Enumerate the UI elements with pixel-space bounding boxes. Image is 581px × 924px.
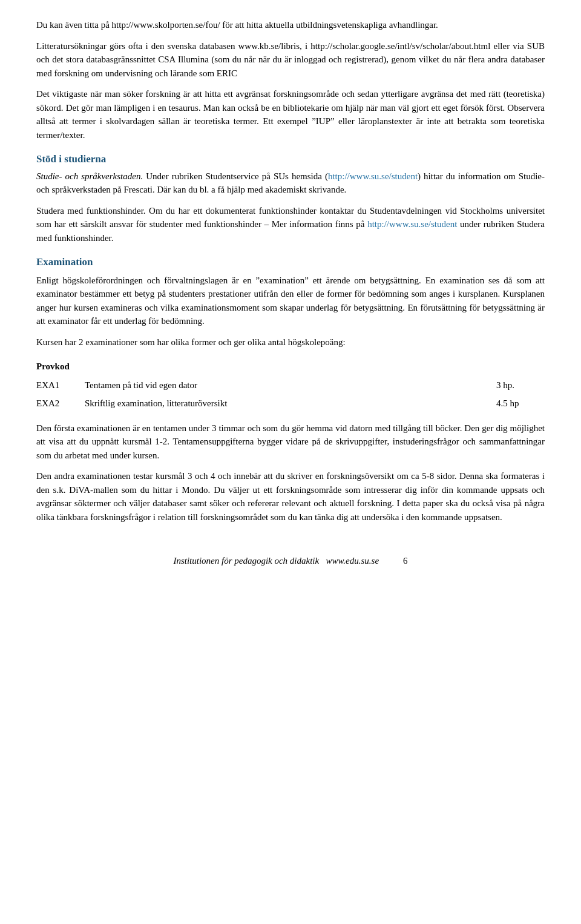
stod-italic: Studie- och språkverkstaden. bbox=[36, 171, 143, 181]
examination-para4: Den andra examinationen testar kursmål 3… bbox=[36, 469, 545, 524]
provkod-section: Provkod EXA1 Tentamen på tid vid egen da… bbox=[36, 360, 545, 411]
examination-heading: Examination bbox=[36, 254, 545, 270]
footer: Institutionen för pedagogik och didaktik… bbox=[36, 554, 545, 568]
exam-row-1: EXA1 Tentamen på tid vid egen dator 3 hp… bbox=[36, 378, 545, 392]
footer-institution: Institutionen för pedagogik och didaktik… bbox=[173, 554, 379, 568]
footer-page: 6 bbox=[403, 554, 408, 568]
stod-link2[interactable]: http://www.su.se/student bbox=[367, 219, 457, 229]
stod-link1[interactable]: http://www.su.se/student bbox=[328, 171, 418, 181]
stod-para2: Studera med funktionshinder. Om du har e… bbox=[36, 204, 545, 245]
examination-para1: Enligt högskoleförordningen och förvaltn… bbox=[36, 274, 545, 328]
intro-para2: Litteratursökningar görs ofta i den sven… bbox=[36, 39, 545, 81]
stod-para1: Studie- och språkverkstaden. Under rubri… bbox=[36, 170, 545, 197]
examination-section: Examination Enligt högskoleförordningen … bbox=[36, 254, 545, 524]
intro-para1: Du kan även titta på http://www.skolport… bbox=[36, 18, 545, 32]
exam-code-2: EXA2 bbox=[36, 397, 85, 411]
page-content: Du kan även titta på http://www.skolport… bbox=[36, 18, 545, 568]
intro-para3: Det viktigaste när man söker forskning ä… bbox=[36, 87, 545, 142]
examination-para2: Kursen har 2 examinationer som har olika… bbox=[36, 335, 545, 349]
footer-inner: Institutionen för pedagogik och didaktik… bbox=[36, 554, 545, 568]
exam-code-1: EXA1 bbox=[36, 378, 85, 392]
examination-para3: Den första examinationen är en tentamen … bbox=[36, 421, 545, 463]
stod-heading: Stöd i studierna bbox=[36, 151, 545, 167]
provkod-label: Provkod bbox=[36, 360, 545, 374]
exam-hp-2: 4.5 hp bbox=[496, 397, 545, 411]
exam-row-2: EXA2 Skriftlig examination, litteraturöv… bbox=[36, 397, 545, 411]
stod-section: Stöd i studierna Studie- och språkverkst… bbox=[36, 151, 545, 245]
intro-section: Du kan även titta på http://www.skolport… bbox=[36, 18, 545, 142]
exam-desc-1: Tentamen på tid vid egen dator bbox=[85, 378, 496, 392]
exam-desc-2: Skriftlig examination, litteraturöversik… bbox=[85, 397, 496, 411]
exam-hp-1: 3 hp. bbox=[496, 378, 545, 392]
